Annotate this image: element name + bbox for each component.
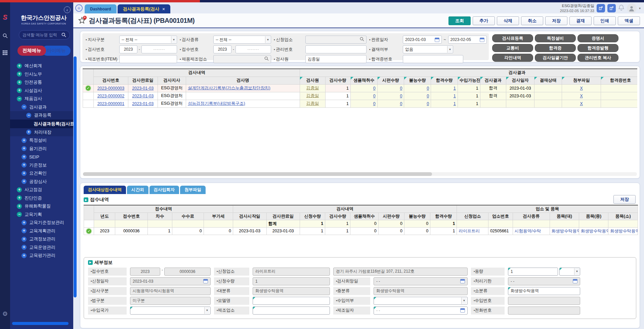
pass-link[interactable]: 1 <box>454 94 456 98</box>
sidebar-item-result-reg-form[interactable]: 검사결과등록(검사표) <box>10 120 73 128</box>
table-row[interactable]: 2023-0000002 2023-01-03 ESG경영처 김종일 1 0 0… <box>83 92 638 100</box>
insp-form-reg-button[interactable]: 검사표등록 <box>492 34 533 42</box>
sidebar-item-accident[interactable]: +사고점검 <box>10 186 73 194</box>
sample-link[interactable]: 0 <box>373 101 376 106</box>
search-button[interactable]: 조회 <box>448 16 471 25</box>
plus-icon[interactable]: + <box>17 88 22 93</box>
col-header[interactable]: 년도 <box>94 213 115 220</box>
minus-icon[interactable]: − <box>17 212 22 217</box>
search-icon[interactable] <box>360 37 364 42</box>
sidebar-item-facility[interactable]: +시설검사 <box>10 87 73 95</box>
capacity-unit-select[interactable]: ▼ <box>559 268 580 276</box>
calendar-icon[interactable] <box>435 38 439 42</box>
complete-to-input[interactable]: 2023-02-05 <box>448 36 487 44</box>
sidebar-item-result-reg[interactable]: −결과등록 <box>10 111 73 120</box>
col-header[interactable]: 결재상태 <box>534 77 562 84</box>
col-header[interactable]: 시편수량 <box>378 213 404 220</box>
sidebar-item-customer[interactable]: +고객정보관리 <box>10 235 73 243</box>
specimen-link[interactable]: 0 <box>400 94 402 98</box>
grid-hscrollbar-track[interactable] <box>83 172 637 176</box>
insp-name-link[interactable]: 성능검정기록부(내압방폭구조) <box>188 101 245 106</box>
sample-link[interactable]: 0 <box>373 86 376 91</box>
sidebar-vscrollbar[interactable] <box>74 56 77 297</box>
cert-no-input[interactable] <box>403 55 463 63</box>
minus-icon[interactable]: − <box>22 104 27 109</box>
special-equip-button[interactable]: 특정설비 <box>535 34 576 42</box>
col-header[interactable]: 품목(소) <box>608 213 638 220</box>
chevron-down-icon[interactable]: ▾ <box>639 6 641 10</box>
specimen-link[interactable]: 0 <box>400 101 402 106</box>
grid-hscrollbar-thumb[interactable] <box>83 172 432 176</box>
cancel-button[interactable]: 취소 <box>521 16 543 25</box>
pass-cert-button[interactable]: 합격증 <box>535 44 576 52</box>
certificate-doc-button[interactable]: 증명서 <box>577 34 618 42</box>
inspector-link[interactable]: 김종일 <box>306 101 319 106</box>
plus-icon[interactable]: + <box>17 63 22 68</box>
grid-menu-icon[interactable] <box>3 50 7 55</box>
sidebar-item-hr[interactable]: +인사노무 <box>10 70 73 79</box>
inspector-link[interactable]: 김종일 <box>306 86 319 90</box>
col-header[interactable]: 검사일자 <box>506 77 534 84</box>
search-icon[interactable] <box>264 56 269 62</box>
plus-icon[interactable]: + <box>17 204 22 209</box>
table-row[interactable]: ✓ 2023 0000036 1 0 0 2023-01-03 2023-01-… <box>84 227 638 235</box>
transport-fee-button[interactable]: 교통비 <box>492 44 533 52</box>
sidebar-item-edu-schedule[interactable]: +교육계획관리 <box>10 227 73 235</box>
tab-receipt-list[interactable]: 검사대상접수내역 <box>84 186 126 194</box>
fail-link[interactable]: 0 <box>427 86 429 91</box>
plus-icon[interactable]: + <box>22 154 27 159</box>
sidebar-item-requirement[interactable]: +요건확인 <box>10 169 73 178</box>
table-row[interactable]: 2023-0000001 2023-01-03 ESG경영처 성능검정기록부(내… <box>83 100 638 107</box>
sidebar-item-seip[interactable]: +SEIP <box>10 153 73 161</box>
capacity-input[interactable]: 1 <box>508 268 558 276</box>
minus-icon[interactable]: − <box>26 113 31 118</box>
attachment-link[interactable]: X <box>580 94 583 98</box>
plus-icon[interactable]: + <box>22 138 27 143</box>
sidebar-item-diagnosis[interactable]: +진단인증 <box>10 194 73 202</box>
inspector-input[interactable]: 김종일 <box>305 55 367 63</box>
sidebar-item-std-info[interactable]: +기준정보 <box>10 161 73 170</box>
sidebar-item-edu-eval[interactable]: +교육평가관리 <box>10 251 73 260</box>
col-header[interactable]: 수입가능잔량 <box>458 77 480 84</box>
insp-no-link[interactable]: 2023-0000003 <box>97 86 125 91</box>
add-button[interactable]: 추가 <box>473 16 495 25</box>
sidebar-collapse-button[interactable]: ‹ <box>64 6 71 13</box>
plus-icon[interactable]: + <box>17 72 22 77</box>
col-header[interactable]: 불능수량 <box>404 77 431 84</box>
model-input[interactable] <box>253 297 330 305</box>
sidebar-item-special-equip[interactable]: +특정설비 <box>10 136 73 145</box>
sidebar-item-edu-plan[interactable]: −교육기획 <box>10 210 73 219</box>
tab-active[interactable]: 검사결과등록(검사× <box>118 4 171 13</box>
insp-no-link[interactable]: 2023-0000001 <box>97 101 125 106</box>
calendar-icon[interactable] <box>480 38 484 42</box>
plus-icon[interactable]: + <box>26 130 31 135</box>
tab-all-menu[interactable]: 전체메뉴 <box>17 46 46 56</box>
insp-no-input[interactable]: ------- <box>141 45 177 53</box>
country-select[interactable]: ▼ <box>130 307 211 315</box>
pass-link[interactable]: 1 <box>454 86 456 91</box>
col-header[interactable]: 검사결과 <box>480 77 506 84</box>
plus-icon[interactable]: + <box>22 162 27 168</box>
sidebar-item-product[interactable]: −제품검사 <box>10 95 73 103</box>
col-header[interactable]: 품목(대) <box>550 213 579 220</box>
insp-no-link[interactable]: 2023-0000002 <box>97 94 125 98</box>
plus-icon[interactable]: + <box>22 146 27 151</box>
tab-attachments[interactable]: 첨부파일 <box>180 186 206 194</box>
col-header[interactable]: 부가세 <box>204 213 233 220</box>
col-header[interactable]: 업소번호 <box>488 213 513 220</box>
cat-s-input[interactable]: 화생방수탁용역 <box>508 287 580 295</box>
maker-input[interactable] <box>253 307 330 315</box>
col-header[interactable]: 시편수량 <box>377 77 404 84</box>
menu-search-input[interactable]: 검색할 메뉴명 입력 <box>19 30 70 40</box>
col-header[interactable]: 검사완료일 <box>266 213 300 220</box>
col-header[interactable]: 검사종류 <box>513 213 550 220</box>
col-header[interactable]: 검사시작일 <box>233 213 267 220</box>
complete-date-link[interactable]: 2023-01-03 <box>132 86 154 91</box>
favorite-star-icon[interactable]: + <box>78 16 86 25</box>
col-header[interactable]: 수수료 <box>172 213 204 220</box>
plus-icon[interactable]: + <box>17 187 22 192</box>
hamburger-icon[interactable]: ≡ <box>75 4 83 12</box>
shop-input[interactable] <box>305 36 367 44</box>
col-header[interactable]: 검사지사 <box>158 77 186 84</box>
branch-select[interactable]: -- 전체 --▼ <box>119 36 177 44</box>
